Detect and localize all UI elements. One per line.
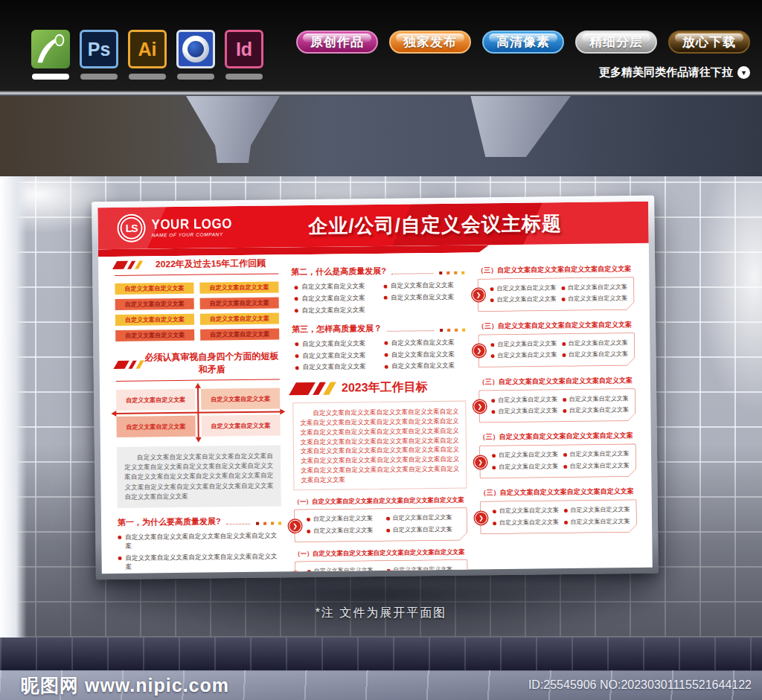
bullet-item: 自定义文案自定义文案 [385,514,462,523]
scene-caption: *注 文件为展开平面图 [0,606,762,621]
bullet-item: 自定义文案自定义文案 [562,350,630,359]
bullet-item: 自定义文案自定义文案 [384,338,466,347]
tab-indicator [80,74,118,80]
quadrant-cell: 自定义文案自定义文案 [116,416,195,437]
feature-badges: 原创作品 独家发布 高清像素 精细分层 放心下载 [296,30,750,54]
site-url: www.nipic.com [85,675,229,696]
quadrant-cell: 自定义文案自定义文案 [116,389,195,411]
quadrant-matrix: 自定义文案自定义文案 自定义文案自定义文案 自定义文案自定义文案 自定义文案自定… [116,387,281,437]
section-heading-goals: 2023年工作目标 [292,379,466,397]
content-box: 自定义文案自定义文案 自定义文案自定义文案 自定义文案自定义文案 自定义文案自定… [295,559,468,574]
bullet-item: 自定义文案自定义文案 [490,340,559,348]
content-box: 自定义文案自定义文案 自定义文案自定义文案 自定义文案自定义文案 自定义文案自定… [294,507,467,542]
badge-hd[interactable]: 高清像素 [482,30,564,54]
heading-text: 第二，什么是高质量发展? [291,266,386,277]
scroll-hint[interactable]: 更多精美同类作品请往下拉 ▼ [599,65,750,80]
bullet-item: 自定义文案自定义文案自定义文案自定义文案自定义文案 [118,531,281,550]
banner-item: 自定义文案自定义文案 [115,314,194,326]
axis-arrow-vertical [197,385,199,440]
arrow-circle-icon: ❯ [475,511,487,524]
photoshop-icon: Ps [80,30,118,68]
illustrator-tab: Ai [128,30,167,80]
bullet-item: 自定义文案自定义文案 [491,407,560,415]
bullet-item: 自定义文案自定义文案 [384,350,466,359]
heading-text: 第三，怎样高质量发展？ [292,323,382,335]
billboard-frame: LS YOUR LOGO NAME OF YOUR COMPANY 企业/公司/… [92,196,659,580]
arrow-circle-icon: ❯ [473,344,485,357]
content-box: 自定义文案自定义文案 自定义文案自定义文案 自定义文案自定义文案 自定义文案自定… [478,333,635,367]
poster-title: 企业/公司/自定义会议主标题 [252,210,630,240]
indesign-tab: Id [225,30,263,80]
badge-original[interactable]: 原创作品 [296,30,378,54]
scroll-hint-text: 更多精美同类作品请往下拉 [599,65,733,80]
bullet-item: 自定义文案自定义文案 [491,396,560,404]
site-watermark: 昵图网 www.nipic.com [21,673,229,698]
bullet-item: 自定义文案自定义文案 [563,450,631,458]
banner-grid: 自定义文案自定义文案 自定义文案自定义文案 自定义文案自定义文案 自定义文案自定… [115,281,279,341]
bullet-item: 自定义文案自定义文案自定义文案自定义文案自定义文案 [118,573,282,574]
middle-column: 第二，什么是高质量发展? 自定义文案自定义文案 自定义文案自定义文案 自定义文案… [291,255,468,574]
tab-indicator [177,74,214,80]
cinema4d-icon [176,30,215,68]
logo-name: YOUR LOGO [151,216,232,231]
bullet-item: 自定义文案自定义文案 [561,283,630,292]
bullet-item: 自定义文案自定义文案 [492,452,560,460]
quadrant-cell: 自定义文案自定义文案 [201,388,280,409]
right-column: （三）自定义文案自定义文案自定义文案自定义文案 自定义文案自定义文案 自定义文案… [477,253,638,574]
content-box: 自定义文案自定义文案 自定义文案自定义文案 自定义文案自定义文案 自定义文案自定… [478,388,635,423]
bullet-item: 自定义文案自定义文案 [295,351,377,361]
logo-subtitle: NAME OF YOUR COMPANY [152,232,232,238]
heading-text: 2022年及过去15年工作回顾 [143,257,278,271]
heading-text: 必须认真审视自身四个方面的短板和矛盾 [144,350,279,376]
top-bar: Ps Ai Id 原创作品 独家发布 高清像素 精细分层 放心下载 更多精美同类… [0,0,762,91]
bullet-item: 自定义文案自定义文案 [490,284,558,292]
software-icons: Ps Ai Id [31,30,263,80]
bullet-item: 自定义文案自定义文案 [563,395,631,403]
bullet-item: 自定义文案自定义文案 [490,296,559,304]
bullet-item: 自定义文案自定义文案 [386,566,463,574]
item-heading: （一）自定义文案自定义文案自定义文案自定义文案自定义文案 [294,496,467,507]
wall-skirting [0,638,762,670]
section-heading-matrix: 必须认真审视自身四个方面的短板和矛盾 [115,350,279,381]
poster-header: LS YOUR LOGO NAME OF YOUR COMPANY 企业/公司/… [97,202,649,249]
bullet-item: 自定义文案自定义文案 [493,518,561,527]
company-logo: LS YOUR LOGO NAME OF YOUR COMPANY [117,213,232,243]
bullet-item: 自定义文案自定义文案 [564,518,633,526]
item-heading: （一）自定义文案自定义文案自定义文案自定义文案自定义文案 [294,548,467,559]
photoshop-tab: Ps [80,30,118,80]
bullet-grid: 自定义文案自定义文案 自定义文案自定义文案 自定义文案自定义文案 自定义文案自定… [295,338,465,372]
badge-exclusive[interactable]: 独家发布 [389,30,471,54]
badge-download[interactable]: 放心下载 [668,30,750,54]
section-heading-review: 2022年及过去15年工作回顾 [115,257,278,275]
bullet-item: 自定义文案自定义文案 [383,293,465,303]
bullet-item: 自定义文案自定义文案 [307,567,384,574]
arrow-circle-icon: ❯ [473,289,485,301]
banner-item: 自定义文案自定义文案 [115,330,194,341]
content-box: 自定义文案自定义文案 自定义文案自定义文案 自定义文案自定义文案 自定义文案自定… [477,277,634,312]
tab-indicator [225,74,263,80]
bullet-item: 自定义文案自定义文案 [383,281,465,291]
badge-layered[interactable]: 精细分层 [575,30,657,54]
ceiling [0,96,762,176]
bullet-item: 自定义文案自定义文案 [490,351,559,359]
bullet-item: 自定义文案自定义文案 [384,362,466,371]
bullet-list: 自定义文案自定义文案自定义文案自定义文案自定义文案 自定义文案自定义文案自定义文… [118,531,282,574]
banner-item: 自定义文案自定义文案 [115,283,193,295]
metal-divider [0,91,762,96]
heading-text: 第一，为什么要高质量发展? [118,516,221,528]
section-heading-q2: 第二，什么是高质量发展? [291,265,464,278]
banner-item: 自定义文案自定义文案 [199,281,278,293]
wall-highlight [0,176,27,638]
poster-body: 2022年及过去15年工作回顾 自定义文案自定义文案 自定义文案自定义文案 自定… [98,243,653,574]
tab-indicator [129,74,166,80]
banner-item: 自定义文案自定义文案 [200,297,279,309]
heading-text: 2023年工作目标 [342,380,428,396]
bullet-item: 自定义文案自定义文案 [307,527,383,536]
banner-item: 自定义文案自定义文案 [200,312,279,324]
arrow-circle-icon: ❯ [289,571,302,574]
arrow-circle-icon: ❯ [474,456,487,469]
bullet-item: 自定义文案自定义文案 [294,282,376,292]
site-name: 昵图网 [21,675,79,696]
bullet-item: 自定义文案自定义文案 [563,406,631,414]
bullet-grid: 自定义文案自定义文案 自定义文案自定义文案 自定义文案自定义文案 自定义文案自定… [294,281,464,315]
